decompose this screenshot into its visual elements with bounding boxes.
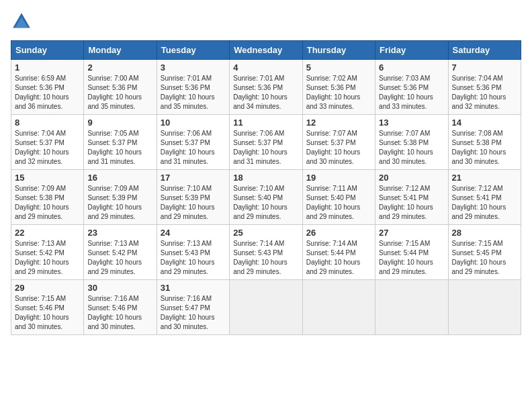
- day-info: Sunrise: 7:10 AMSunset: 5:40 PMDaylight:…: [233, 185, 287, 220]
- day-number: 31: [161, 283, 226, 293]
- day-number: 10: [161, 118, 226, 128]
- calendar-week-row: 15Sunrise: 7:09 AMSunset: 5:38 PMDayligh…: [11, 170, 521, 225]
- calendar-cell: 5Sunrise: 7:02 AMSunset: 5:36 PMDaylight…: [302, 60, 375, 115]
- calendar-cell: 31Sunrise: 7:16 AMSunset: 5:47 PMDayligh…: [157, 280, 229, 335]
- day-info: Sunrise: 7:07 AMSunset: 5:38 PMDaylight:…: [379, 130, 433, 165]
- day-info: Sunrise: 7:09 AMSunset: 5:38 PMDaylight:…: [15, 185, 69, 220]
- day-info: Sunrise: 7:13 AMSunset: 5:42 PMDaylight:…: [15, 240, 69, 275]
- day-info: Sunrise: 6:59 AMSunset: 5:36 PMDaylight:…: [15, 75, 69, 110]
- day-number: 9: [87, 118, 152, 128]
- calendar-cell: 6Sunrise: 7:03 AMSunset: 5:36 PMDaylight…: [375, 60, 448, 115]
- day-number: 27: [379, 228, 444, 238]
- day-info: Sunrise: 7:10 AMSunset: 5:39 PMDaylight:…: [161, 185, 215, 220]
- day-number: 12: [306, 118, 371, 128]
- day-number: 11: [233, 118, 298, 128]
- day-number: 2: [87, 62, 152, 73]
- day-number: 30: [87, 283, 152, 293]
- day-number: 21: [452, 173, 517, 183]
- day-info: Sunrise: 7:09 AMSunset: 5:39 PMDaylight:…: [87, 185, 142, 220]
- day-info: Sunrise: 7:05 AMSunset: 5:37 PMDaylight:…: [87, 130, 142, 165]
- calendar-cell: 18Sunrise: 7:10 AMSunset: 5:40 PMDayligh…: [230, 170, 302, 225]
- logo-icon: [11, 11, 32, 32]
- day-info: Sunrise: 7:16 AMSunset: 5:47 PMDaylight:…: [161, 295, 215, 330]
- calendar-cell: 29Sunrise: 7:15 AMSunset: 5:46 PMDayligh…: [11, 280, 84, 335]
- calendar-header-friday: Friday: [375, 41, 448, 60]
- day-info: Sunrise: 7:06 AMSunset: 5:37 PMDaylight:…: [161, 130, 215, 165]
- calendar-cell: 30Sunrise: 7:16 AMSunset: 5:46 PMDayligh…: [84, 280, 157, 335]
- calendar-header-sunday: Sunday: [11, 41, 84, 60]
- calendar-cell: 25Sunrise: 7:14 AMSunset: 5:43 PMDayligh…: [230, 225, 302, 280]
- calendar-table: SundayMondayTuesdayWednesdayThursdayFrid…: [11, 40, 521, 335]
- calendar-cell: 8Sunrise: 7:04 AMSunset: 5:37 PMDaylight…: [11, 115, 84, 170]
- calendar-cell: 12Sunrise: 7:07 AMSunset: 5:37 PMDayligh…: [302, 115, 375, 170]
- day-info: Sunrise: 7:14 AMSunset: 5:43 PMDaylight:…: [233, 240, 287, 275]
- calendar-header-wednesday: Wednesday: [230, 41, 302, 60]
- day-number: 25: [233, 228, 298, 238]
- logo: [11, 11, 35, 32]
- day-number: 16: [87, 173, 152, 183]
- calendar-cell: 28Sunrise: 7:15 AMSunset: 5:45 PMDayligh…: [448, 225, 521, 280]
- calendar-cell: 15Sunrise: 7:09 AMSunset: 5:38 PMDayligh…: [11, 170, 84, 225]
- day-number: 17: [161, 173, 226, 183]
- day-info: Sunrise: 7:11 AMSunset: 5:40 PMDaylight:…: [306, 185, 361, 220]
- calendar-cell: 19Sunrise: 7:11 AMSunset: 5:40 PMDayligh…: [302, 170, 375, 225]
- calendar-cell: 14Sunrise: 7:08 AMSunset: 5:38 PMDayligh…: [448, 115, 521, 170]
- calendar-cell: 22Sunrise: 7:13 AMSunset: 5:42 PMDayligh…: [11, 225, 84, 280]
- day-info: Sunrise: 7:01 AMSunset: 5:36 PMDaylight:…: [233, 75, 287, 110]
- day-info: Sunrise: 7:15 AMSunset: 5:44 PMDaylight:…: [379, 240, 433, 275]
- calendar-cell: 11Sunrise: 7:06 AMSunset: 5:37 PMDayligh…: [230, 115, 302, 170]
- day-number: 3: [161, 62, 226, 73]
- day-info: Sunrise: 7:01 AMSunset: 5:36 PMDaylight:…: [161, 75, 215, 110]
- day-number: 8: [15, 118, 80, 128]
- day-info: Sunrise: 7:13 AMSunset: 5:43 PMDaylight:…: [161, 240, 215, 275]
- calendar-cell: 26Sunrise: 7:14 AMSunset: 5:44 PMDayligh…: [302, 225, 375, 280]
- day-number: 26: [306, 228, 371, 238]
- calendar-week-row: 22Sunrise: 7:13 AMSunset: 5:42 PMDayligh…: [11, 225, 521, 280]
- day-info: Sunrise: 7:13 AMSunset: 5:42 PMDaylight:…: [87, 240, 142, 275]
- calendar-cell: 4Sunrise: 7:01 AMSunset: 5:36 PMDaylight…: [230, 60, 302, 115]
- calendar-cell: [302, 280, 375, 335]
- day-info: Sunrise: 7:07 AMSunset: 5:37 PMDaylight:…: [306, 130, 361, 165]
- day-number: 13: [379, 118, 444, 128]
- calendar-header-thursday: Thursday: [302, 41, 375, 60]
- day-number: 22: [15, 228, 80, 238]
- calendar-cell: 9Sunrise: 7:05 AMSunset: 5:37 PMDaylight…: [84, 115, 157, 170]
- calendar-cell: 7Sunrise: 7:04 AMSunset: 5:36 PMDaylight…: [448, 60, 521, 115]
- day-info: Sunrise: 7:04 AMSunset: 5:37 PMDaylight:…: [15, 130, 69, 165]
- day-info: Sunrise: 7:00 AMSunset: 5:36 PMDaylight:…: [87, 75, 142, 110]
- calendar-week-row: 1Sunrise: 6:59 AMSunset: 5:36 PMDaylight…: [11, 60, 521, 115]
- calendar-cell: 2Sunrise: 7:00 AMSunset: 5:36 PMDaylight…: [84, 60, 157, 115]
- calendar-header-monday: Monday: [84, 41, 157, 60]
- day-number: 24: [161, 228, 226, 238]
- calendar-cell: [230, 280, 302, 335]
- calendar-cell: 27Sunrise: 7:15 AMSunset: 5:44 PMDayligh…: [375, 225, 448, 280]
- day-info: Sunrise: 7:04 AMSunset: 5:36 PMDaylight:…: [452, 75, 506, 110]
- calendar-header-row: SundayMondayTuesdayWednesdayThursdayFrid…: [11, 41, 521, 60]
- day-number: 7: [452, 62, 517, 73]
- day-number: 14: [452, 118, 517, 128]
- day-number: 6: [379, 62, 444, 73]
- day-info: Sunrise: 7:15 AMSunset: 5:46 PMDaylight:…: [15, 295, 69, 330]
- day-number: 29: [15, 283, 80, 293]
- calendar-header-saturday: Saturday: [448, 41, 521, 60]
- day-number: 4: [233, 62, 298, 73]
- calendar-cell: 13Sunrise: 7:07 AMSunset: 5:38 PMDayligh…: [375, 115, 448, 170]
- calendar-cell: 1Sunrise: 6:59 AMSunset: 5:36 PMDaylight…: [11, 60, 84, 115]
- day-info: Sunrise: 7:12 AMSunset: 5:41 PMDaylight:…: [379, 185, 433, 220]
- day-number: 15: [15, 173, 80, 183]
- calendar-cell: 23Sunrise: 7:13 AMSunset: 5:42 PMDayligh…: [84, 225, 157, 280]
- day-number: 28: [452, 228, 517, 238]
- day-info: Sunrise: 7:14 AMSunset: 5:44 PMDaylight:…: [306, 240, 361, 275]
- day-info: Sunrise: 7:12 AMSunset: 5:41 PMDaylight:…: [452, 185, 506, 220]
- day-info: Sunrise: 7:15 AMSunset: 5:45 PMDaylight:…: [452, 240, 506, 275]
- day-info: Sunrise: 7:06 AMSunset: 5:37 PMDaylight:…: [233, 130, 287, 165]
- day-info: Sunrise: 7:03 AMSunset: 5:36 PMDaylight:…: [379, 75, 433, 110]
- calendar-week-row: 8Sunrise: 7:04 AMSunset: 5:37 PMDaylight…: [11, 115, 521, 170]
- day-number: 20: [379, 173, 444, 183]
- calendar-cell: 24Sunrise: 7:13 AMSunset: 5:43 PMDayligh…: [157, 225, 229, 280]
- calendar-cell: 3Sunrise: 7:01 AMSunset: 5:36 PMDaylight…: [157, 60, 229, 115]
- calendar-week-row: 29Sunrise: 7:15 AMSunset: 5:46 PMDayligh…: [11, 280, 521, 335]
- calendar-cell: 20Sunrise: 7:12 AMSunset: 5:41 PMDayligh…: [375, 170, 448, 225]
- calendar-cell: 16Sunrise: 7:09 AMSunset: 5:39 PMDayligh…: [84, 170, 157, 225]
- day-number: 23: [87, 228, 152, 238]
